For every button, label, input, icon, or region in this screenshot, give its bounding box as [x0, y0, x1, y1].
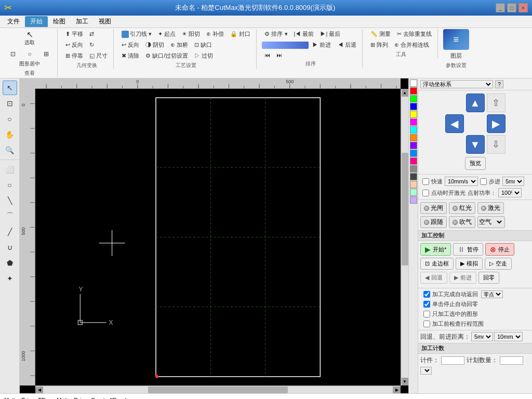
- single-stop-check[interactable]: [423, 301, 430, 308]
- selected-only-check[interactable]: [423, 311, 430, 317]
- scale-btn[interactable]: ◱ 尺寸: [87, 51, 110, 61]
- v-scroll-up[interactable]: ▲: [402, 89, 408, 97]
- move-btn[interactable]: ⬆ 平移: [63, 29, 86, 39]
- step-check[interactable]: [480, 178, 487, 185]
- center-btn[interactable]: 图形居中: [18, 59, 42, 69]
- color-gray[interactable]: [410, 165, 417, 172]
- return-dist-select2[interactable]: 10mm/s: [494, 332, 523, 341]
- color-purple[interactable]: [410, 142, 417, 149]
- color-lavender[interactable]: [410, 196, 417, 204]
- circle-btn[interactable]: ○: [22, 49, 37, 59]
- add-bridge-btn[interactable]: ⊕ 加桥: [168, 40, 191, 50]
- v-scrollbar[interactable]: ▲ ▼: [401, 89, 408, 385]
- select-box-tool[interactable]: ⊡: [3, 96, 17, 111]
- preview-btn[interactable]: 预览: [465, 157, 486, 170]
- plan-select[interactable]: ▾: [420, 367, 432, 375]
- plus-btn[interactable]: ⊞: [38, 49, 54, 59]
- h-scroll-left[interactable]: ◀: [35, 387, 43, 393]
- step-select[interactable]: 5mm: [502, 177, 524, 186]
- laser-btn[interactable]: 激光: [477, 202, 504, 214]
- zoom-tool[interactable]: ○: [3, 112, 17, 126]
- air-select[interactable]: ▾: [493, 219, 503, 225]
- h-scroll-track[interactable]: [43, 387, 393, 393]
- stop-btn[interactable]: ⊗ 停止: [485, 243, 514, 256]
- v-scroll-down[interactable]: ▼: [402, 378, 408, 385]
- select-tool-btn[interactable]: ↖ 选取: [22, 29, 37, 48]
- h-scrollbar[interactable]: ◀ ▶: [35, 385, 401, 393]
- line-tool[interactable]: ╲: [3, 193, 17, 208]
- count-input[interactable]: 0: [441, 356, 464, 365]
- menu-start[interactable]: 开始: [25, 16, 48, 27]
- pan-tool[interactable]: ✋: [3, 127, 17, 142]
- compensate-btn[interactable]: ⊕ 补偿: [204, 29, 227, 39]
- ellipse-tool[interactable]: ○: [3, 178, 17, 192]
- color-red[interactable]: [410, 87, 417, 95]
- close-button[interactable]: ×: [518, 3, 528, 12]
- maximize-button[interactable]: □: [507, 3, 516, 12]
- color-lightblue[interactable]: [410, 150, 417, 157]
- plan-input[interactable]: 100: [500, 356, 523, 365]
- menu-view[interactable]: 视图: [94, 16, 116, 27]
- prev-btn[interactable]: ⏮: [262, 51, 273, 59]
- color-peach[interactable]: [410, 181, 417, 188]
- color-darkgray[interactable]: [410, 173, 417, 180]
- start-btn[interactable]: ▶ 开始*: [420, 243, 451, 256]
- reverse-btn[interactable]: ↩ 反向: [63, 40, 86, 50]
- layer-btn[interactable]: 图层: [448, 51, 464, 61]
- forward-btn[interactable]: ▶ 前进: [310, 40, 334, 50]
- gap-btn[interactable]: ⊡ 缺口: [192, 40, 215, 50]
- last-btn[interactable]: ▶| 最后: [317, 29, 343, 39]
- polygon-tool[interactable]: ⬟: [3, 256, 17, 270]
- air-move-btn[interactable]: ▷ 空走: [485, 258, 512, 270]
- zoom-fit-tool[interactable]: 🔍: [3, 143, 17, 157]
- first-btn[interactable]: |◀ 最前: [291, 29, 317, 39]
- color-orange[interactable]: [410, 134, 417, 141]
- main-drawing-canvas[interactable]: [35, 89, 401, 385]
- gap-settings-btn[interactable]: ⚙ 缺口/过切设置: [143, 51, 191, 61]
- color-mint[interactable]: [410, 189, 417, 196]
- drawing-area[interactable]: [35, 89, 401, 385]
- sort-btn[interactable]: ⚙ 排序 ▾: [262, 29, 290, 39]
- measure-btn[interactable]: 📏 测量: [368, 29, 393, 39]
- coord-info-btn[interactable]: ?: [495, 80, 503, 88]
- dir-left-btn[interactable]: ◀: [445, 114, 464, 133]
- border-walk-btn[interactable]: ⊡ 走边框: [420, 258, 454, 270]
- h-scroll-thumb[interactable]: [148, 387, 288, 393]
- power-select[interactable]: 100%: [498, 188, 522, 197]
- color-cyan[interactable]: [410, 126, 417, 134]
- color-green[interactable]: [410, 95, 417, 102]
- lead-line-btn[interactable]: 引刀线 ▾: [119, 29, 154, 39]
- color-yellow[interactable]: [410, 111, 417, 118]
- pointer-tool[interactable]: ↖: [3, 81, 17, 95]
- check-range-check[interactable]: [423, 321, 430, 327]
- menu-process[interactable]: 加工: [71, 16, 94, 27]
- v-scroll-track[interactable]: [402, 97, 408, 378]
- red-light-btn[interactable]: 红光: [449, 202, 475, 214]
- seal-btn[interactable]: 🔒 封口: [228, 29, 253, 39]
- star-tool[interactable]: ✦: [3, 271, 17, 286]
- pause-btn[interactable]: ⏸ 暂停: [453, 243, 483, 256]
- merge-btn[interactable]: ⊕ 合并相连线: [392, 40, 432, 50]
- dock-btn[interactable]: ⊞ 停靠: [63, 51, 86, 61]
- canvas-container[interactable]: ◀ ▶ ▲ ▼: [20, 78, 408, 393]
- window-controls[interactable]: _ □ ×: [496, 3, 528, 12]
- back-btn[interactable]: ◀ 回退: [420, 272, 447, 284]
- yang-cut-btn[interactable]: ☀ 阳切: [179, 29, 203, 39]
- start-point-btn[interactable]: ✦ 起点: [155, 29, 178, 39]
- simulate-btn[interactable]: ▶ 模拟: [456, 258, 483, 270]
- polyline-tool[interactable]: ╱: [3, 224, 17, 239]
- return-dist-select1[interactable]: 5mm: [471, 332, 493, 341]
- remove-dup-btn[interactable]: ✂ 去除重复线: [394, 29, 434, 39]
- color-magenta[interactable]: [410, 118, 417, 126]
- dir-up-btn[interactable]: ▲: [466, 94, 485, 112]
- return-to-select[interactable]: 零点: [481, 290, 503, 298]
- return-zero-btn[interactable]: 回零: [478, 272, 499, 284]
- dir-down-btn[interactable]: ▼: [466, 135, 485, 154]
- reverse-btn2[interactable]: ↩ 反向: [119, 40, 142, 50]
- v-scroll-thumb[interactable]: [402, 153, 408, 265]
- clear-btn[interactable]: ✖ 清除: [119, 51, 142, 61]
- yin-cut-btn[interactable]: ◑ 阴切: [143, 40, 167, 50]
- fast-speed-check[interactable]: [422, 178, 429, 185]
- color-pink[interactable]: [410, 157, 417, 165]
- mirror-btn[interactable]: ⇄: [87, 30, 97, 38]
